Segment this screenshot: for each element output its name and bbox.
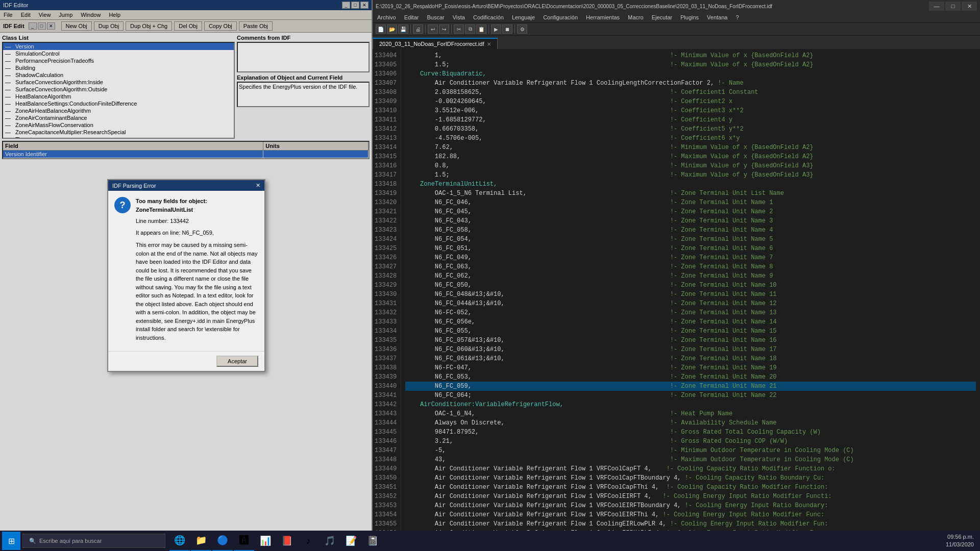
code-line: N6_FC_055, !- Zone Terminal Unit Name 15 [405,327,976,336]
toolbar-save[interactable]: 💾 [398,24,408,34]
line-number: 133407 [375,79,397,88]
taskbar-app-spotify[interactable]: 🎵 [320,531,340,551]
line-number: 133410 [375,106,397,115]
line-number: 133429 [375,281,397,290]
code-content[interactable]: 1, !- Minimum Value of x {BasedOnField A… [401,49,980,543]
taskbar: ⊞ 🔍 Escribe aquí para buscar 🌐 📁 🔵 🅰 📊 📕… [0,531,980,551]
menu-ejecutar[interactable]: Ejecutar [650,13,674,21]
code-line: 182.88, !- Maximum Value of x {BasedOnFi… [405,152,976,161]
menu-question[interactable]: ? [734,13,740,21]
search-icon: 🔍 [29,538,36,544]
menu-editar[interactable]: Editar [403,13,421,21]
toolbar-print[interactable]: 🖨 [413,24,423,34]
menu-macro[interactable]: Macro [626,13,645,21]
code-line: 1, !- Minimum Value of x {BasedOnField A… [405,51,976,60]
taskbar-app-pdf[interactable]: 📕 [277,531,297,551]
line-number: 133442 [375,400,397,409]
line-number: 133413 [375,134,397,143]
toolbar-undo[interactable]: ↩ [428,24,438,34]
menu-lenguaje[interactable]: Lenguaje [510,13,536,21]
toolbar-run[interactable]: ▶ [491,24,501,34]
taskbar-app-acad[interactable]: 🅰 [234,531,254,551]
line-number: 133427 [375,262,397,271]
toolbar-macro[interactable]: ⚙ [517,24,527,34]
taskbar-app-folder[interactable]: 📁 [191,531,211,551]
line-number: 133419 [375,189,397,198]
dialog-line-number: Line number: 133442 [136,217,258,226]
line-number: 133455 [375,519,397,529]
line-number: 133411 [375,115,397,124]
line-number: 133438 [375,363,397,372]
toolbar-redo[interactable]: ↪ [439,24,449,34]
taskbar-search[interactable]: 🔍 Escribe aquí para buscar [22,534,165,548]
line-number: 133414 [375,143,397,152]
code-line: N6_FC_043, !- Zone Terminal Unit Name 3 [405,216,976,226]
line-number: 133423 [375,226,397,235]
taskbar-app-excel[interactable]: 📊 [255,531,276,551]
code-line: N6_FC_062, !- Zone Terminal Unit Name 9 [405,271,976,281]
line-number: 133424 [375,235,397,244]
editor-tab[interactable]: 2020_03_11_NoDoas_ForIDFrocorrect.idf ✕ [373,38,498,49]
right-close-button[interactable]: ✕ [962,2,977,11]
search-placeholder: Escribe aquí para buscar [39,538,102,544]
editor-area[interactable]: 1334041334051334061334071334081334091334… [373,49,980,543]
code-line: Air Conditioner Variable Refrigerant Flo… [405,483,976,492]
taskbar-time: 09:56 p.m. 11/03/2020 [946,533,974,549]
start-button[interactable]: ⊞ [2,532,20,550]
taskbar-app-chrome[interactable]: 🔵 [212,531,233,551]
line-number: 133405 [375,60,397,69]
line-number: 133439 [375,372,397,382]
line-number: 133426 [375,253,397,262]
line-number: 133409 [375,97,397,106]
toolbar-stop[interactable]: ⏹ [502,24,512,34]
dialog-close-button[interactable]: ✕ [256,182,260,189]
code-line: N6_FC_058, !- Zone Terminal Unit Name 4 [405,226,976,235]
code-line: Air Conditioner Variable Refrigerant Flo… [405,473,976,483]
dialog-title-text: IDF Parsing Error [112,183,156,189]
code-line: N6_FC_063, !- Zone Terminal Unit Name 8 [405,262,976,271]
code-line: 0.8, !- Minimum Value of y {BasedOnField… [405,161,976,170]
code-line: -1.6858129772, !- Coefficient4 y [405,115,976,124]
line-number: 133420 [375,198,397,207]
right-maximize-button[interactable]: □ [945,2,961,11]
menu-archivo[interactable]: Archivo [376,13,398,21]
parsing-error-dialog: IDF Parsing Error ✕ ? Too many fields fo… [107,179,265,372]
code-line: N6_FC_044&#13;&#10, !- Zone Terminal Uni… [405,299,976,308]
menu-buscar[interactable]: Buscar [425,13,446,21]
menu-ventana[interactable]: Ventana [705,13,729,21]
code-line: 98471.87952, !- Gross Rated Total Coolin… [405,428,976,437]
taskbar-app-idf[interactable]: 📝 [341,531,361,551]
menu-configuracion[interactable]: Configuración [542,13,579,21]
toolbar-open[interactable]: 📂 [387,24,397,34]
menu-plugins[interactable]: Plugins [679,13,700,21]
code-line: N6_FC_064; !- Zone Terminal Unit Name 22 [405,391,976,400]
clock-time: 09:56 p.m. [946,533,974,541]
toolbar-paste[interactable]: 📋 [476,24,486,34]
line-number: 133418 [375,180,397,189]
code-line: -4.5706e-005, !- Coefficient6 x*y [405,134,976,143]
line-number: 133452 [375,492,397,501]
right-minimize-button[interactable]: — [929,2,944,11]
code-line: N6_FC_054, !- Zone Terminal Unit Name 5 [405,235,976,244]
dialog-ok-button[interactable]: Aceptar [216,356,258,367]
taskbar-app-music[interactable]: ♪ [298,531,318,551]
right-win-controls: — □ ✕ [929,2,977,11]
menu-vista[interactable]: Vista [451,13,467,21]
line-number: 133441 [375,391,397,400]
menu-codificacion[interactable]: Codificación [472,13,505,21]
line-number: 133415 [375,152,397,161]
taskbar-app-npp[interactable]: 📓 [362,531,383,551]
toolbar-cut[interactable]: ✂ [454,24,464,34]
code-line: AirConditioner:VariableRefrigerantFlow, [405,400,976,409]
tab-close-button[interactable]: ✕ [487,41,491,47]
menu-herramientas[interactable]: Herramientas [584,13,621,21]
toolbar-new[interactable]: 📄 [376,24,386,34]
code-line: 3.21, !- Gross Rated Cooling COP (W/W) [405,437,976,446]
line-number: 133450 [375,473,397,483]
line-number: 133445 [375,428,397,437]
line-number: 133448 [375,455,397,464]
line-number: 133430 [375,290,397,299]
dialog-content: Too many fields for object: ZoneTerminal… [136,197,258,345]
toolbar-copy[interactable]: ⧉ [465,24,475,34]
taskbar-app-edge[interactable]: 🌐 [169,531,190,551]
